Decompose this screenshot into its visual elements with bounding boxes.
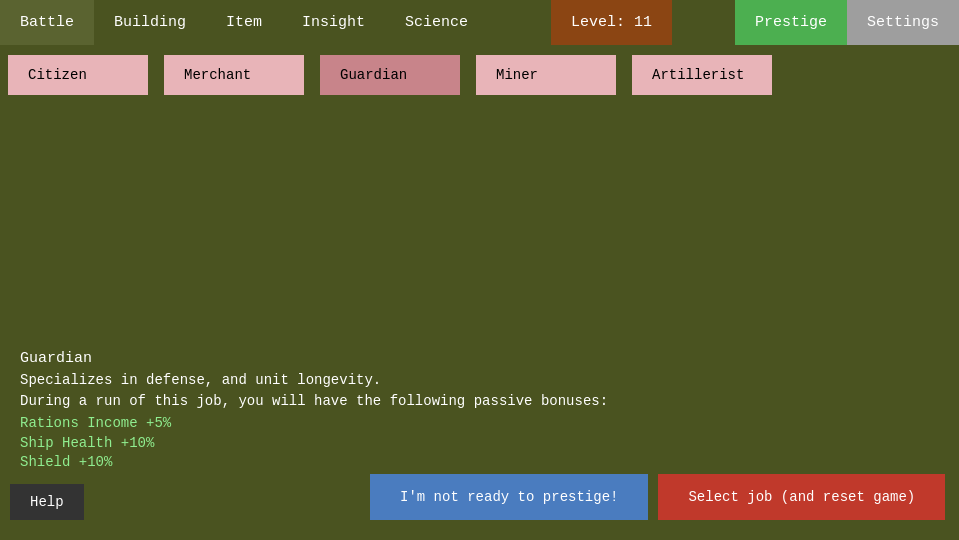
nav-spacer-2 — [672, 0, 735, 45]
help-button[interactable]: Help — [10, 484, 84, 520]
nav-bar: Battle Building Item Insight Science Lev… — [0, 0, 959, 45]
job-subtitle: Specializes in defense, and unit longevi… — [20, 372, 939, 388]
nav-building[interactable]: Building — [94, 0, 206, 45]
job-miner[interactable]: Miner — [476, 55, 616, 95]
level-display: Level: 11 — [551, 0, 672, 45]
nav-spacer — [488, 0, 551, 45]
description-area: Guardian Specializes in defense, and uni… — [0, 340, 959, 483]
bonus-1: Ship Health +10% — [20, 434, 939, 454]
nav-item[interactable]: Item — [206, 0, 282, 45]
bonus-0: Rations Income +5% — [20, 414, 939, 434]
prestige-button[interactable]: Prestige — [735, 0, 847, 45]
not-ready-button[interactable]: I'm not ready to prestige! — [370, 474, 648, 520]
job-merchant[interactable]: Merchant — [164, 55, 304, 95]
job-row: Citizen Merchant Guardian Miner Artiller… — [0, 45, 959, 105]
nav-insight[interactable]: Insight — [282, 0, 385, 45]
nav-battle[interactable]: Battle — [0, 0, 94, 45]
select-job-button[interactable]: Select job (and reset game) — [658, 474, 945, 520]
job-citizen[interactable]: Citizen — [8, 55, 148, 95]
job-guardian[interactable]: Guardian — [320, 55, 460, 95]
settings-button[interactable]: Settings — [847, 0, 959, 45]
job-artillerist[interactable]: Artillerist — [632, 55, 772, 95]
bottom-buttons: I'm not ready to prestige! Select job (a… — [370, 474, 945, 520]
job-title: Guardian — [20, 350, 939, 367]
nav-science[interactable]: Science — [385, 0, 488, 45]
bonuses-intro: During a run of this job, you will have … — [20, 393, 939, 409]
bonus-2: Shield +10% — [20, 453, 939, 473]
